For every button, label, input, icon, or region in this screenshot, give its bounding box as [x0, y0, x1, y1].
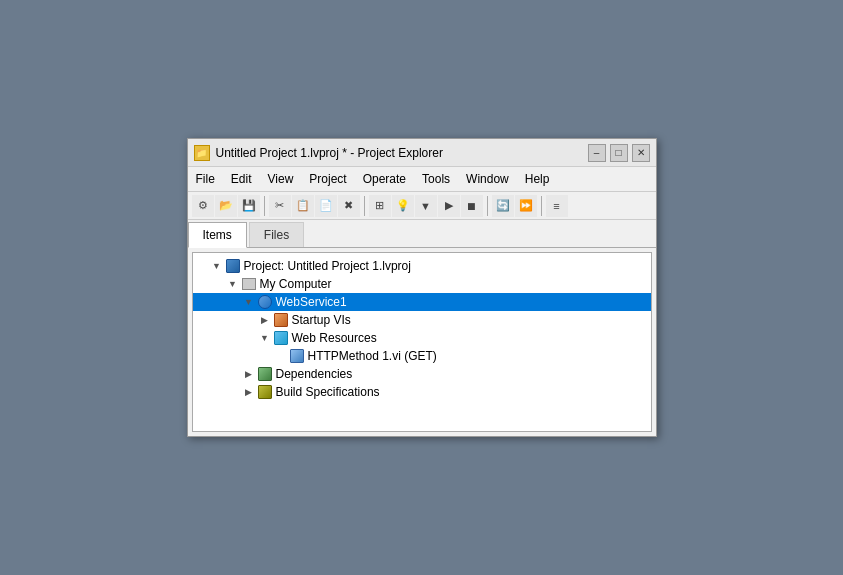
- maximize-button[interactable]: □: [610, 144, 628, 162]
- menu-file[interactable]: File: [188, 169, 223, 189]
- toolbar-btn-dropdown[interactable]: ▼: [415, 195, 437, 217]
- label-web-resources: Web Resources: [292, 331, 377, 345]
- toolbar-btn-refresh[interactable]: 🔄: [492, 195, 514, 217]
- toolbar-btn-paste[interactable]: 📄: [315, 195, 337, 217]
- icon-deps: [257, 366, 273, 382]
- toolbar-btn-info[interactable]: 💡: [392, 195, 414, 217]
- icon-startup: [273, 312, 289, 328]
- menu-tools[interactable]: Tools: [414, 169, 458, 189]
- tab-files[interactable]: Files: [249, 222, 304, 247]
- tree-item-startup-vis[interactable]: ▶ Startup VIs: [193, 311, 651, 329]
- menu-help[interactable]: Help: [517, 169, 558, 189]
- label-httpmethod: HTTPMethod 1.vi (GET): [308, 349, 437, 363]
- expander-webservice1[interactable]: ▼: [241, 294, 257, 310]
- title-bar-left: 📁 Untitled Project 1.lvproj * - Project …: [194, 145, 443, 161]
- close-button[interactable]: ✕: [632, 144, 650, 162]
- label-dependencies: Dependencies: [276, 367, 353, 381]
- toolbar-btn-copy[interactable]: 📋: [292, 195, 314, 217]
- title-controls: – □ ✕: [588, 144, 650, 162]
- tree-item-web-resources[interactable]: ▼ Web Resources: [193, 329, 651, 347]
- label-startup-vis: Startup VIs: [292, 313, 351, 327]
- tab-bar: Items Files: [188, 220, 656, 248]
- toolbar-sep-4: [541, 196, 542, 216]
- expander-mycomputer[interactable]: ▼: [225, 276, 241, 292]
- expander-webres[interactable]: ▼: [257, 330, 273, 346]
- toolbar-btn-next[interactable]: ⏩: [515, 195, 537, 217]
- menu-view[interactable]: View: [260, 169, 302, 189]
- toolbar-btn-stop[interactable]: ⏹: [461, 195, 483, 217]
- minimize-button[interactable]: –: [588, 144, 606, 162]
- toolbar-btn-extra[interactable]: ≡: [546, 195, 568, 217]
- tree-item-mycomputer[interactable]: ▼ My Computer: [193, 275, 651, 293]
- tree-item-project[interactable]: ▼ Project: Untitled Project 1.lvproj: [193, 257, 651, 275]
- toolbar-btn-save[interactable]: 💾: [238, 195, 260, 217]
- expander-build[interactable]: ▶: [241, 384, 257, 400]
- tree-item-build-specs[interactable]: ▶ Build Specifications: [193, 383, 651, 401]
- tree-panel: ▼ Project: Untitled Project 1.lvproj ▼ M…: [192, 252, 652, 432]
- label-mycomputer: My Computer: [260, 277, 332, 291]
- tab-items[interactable]: Items: [188, 222, 247, 248]
- menu-window[interactable]: Window: [458, 169, 517, 189]
- tree-item-webservice1[interactable]: ▼ WebService1: [193, 293, 651, 311]
- window-icon: 📁: [194, 145, 210, 161]
- window-title: Untitled Project 1.lvproj * - Project Ex…: [216, 146, 443, 160]
- icon-project: [225, 258, 241, 274]
- toolbar-btn-open[interactable]: 📂: [215, 195, 237, 217]
- menu-project[interactable]: Project: [301, 169, 354, 189]
- icon-build: [257, 384, 273, 400]
- expander-deps[interactable]: ▶: [241, 366, 257, 382]
- toolbar-btn-delete[interactable]: ✖: [338, 195, 360, 217]
- expander-project[interactable]: ▼: [209, 258, 225, 274]
- toolbar-btn-settings[interactable]: ⚙: [192, 195, 214, 217]
- tree-item-dependencies[interactable]: ▶ Dependencies: [193, 365, 651, 383]
- menu-edit[interactable]: Edit: [223, 169, 260, 189]
- toolbar-btn-cut[interactable]: ✂: [269, 195, 291, 217]
- toolbar: ⚙ 📂 💾 ✂ 📋 📄 ✖ ⊞ 💡 ▼ ▶ ⏹ 🔄 ⏩ ≡: [188, 192, 656, 220]
- icon-httpmethod: [289, 348, 305, 364]
- toolbar-sep-2: [364, 196, 365, 216]
- label-project: Project: Untitled Project 1.lvproj: [244, 259, 411, 273]
- label-webservice1: WebService1: [276, 295, 347, 309]
- tree-item-httpmethod[interactable]: ▶ HTTPMethod 1.vi (GET): [193, 347, 651, 365]
- icon-webservice: [257, 294, 273, 310]
- toolbar-btn-add[interactable]: ⊞: [369, 195, 391, 217]
- toolbar-sep-3: [487, 196, 488, 216]
- expander-startup[interactable]: ▶: [257, 312, 273, 328]
- menu-operate[interactable]: Operate: [355, 169, 414, 189]
- menu-bar: File Edit View Project Operate Tools Win…: [188, 167, 656, 192]
- icon-computer: [241, 276, 257, 292]
- label-build-specs: Build Specifications: [276, 385, 380, 399]
- icon-webres: [273, 330, 289, 346]
- toolbar-btn-run[interactable]: ▶: [438, 195, 460, 217]
- title-bar: 📁 Untitled Project 1.lvproj * - Project …: [188, 139, 656, 167]
- project-explorer-window: 📁 Untitled Project 1.lvproj * - Project …: [187, 138, 657, 437]
- toolbar-sep-1: [264, 196, 265, 216]
